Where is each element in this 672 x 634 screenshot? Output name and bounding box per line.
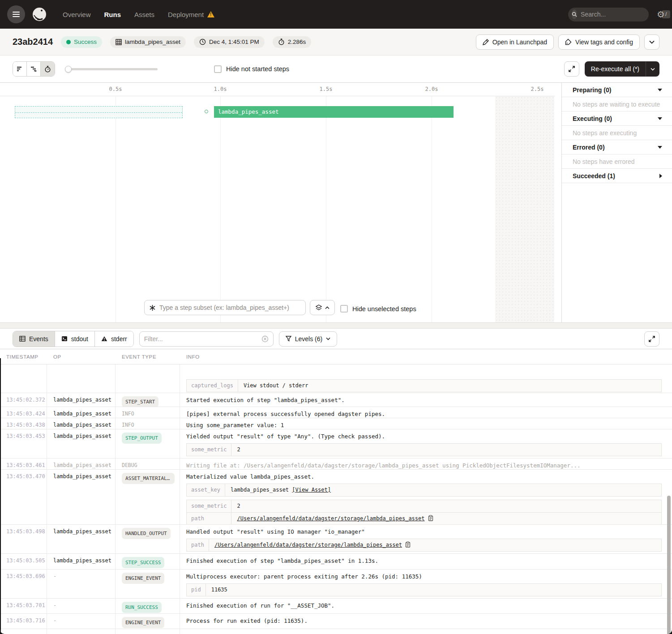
- log-info: Handled output "result" using IO manager…: [180, 525, 672, 553]
- reexecute-all-button[interactable]: Re-execute all (*): [585, 61, 659, 77]
- log-row[interactable]: 13:45:03.716-ENGINE_EVENTProcess for run…: [0, 614, 672, 629]
- metadata-value: lambda_pipes_asset [View Asset]: [225, 484, 662, 497]
- log-info: Finished execution of step "lambda_pipes…: [180, 554, 672, 569]
- expand-icon: [649, 336, 655, 342]
- step-subset-input[interactable]: [159, 304, 301, 311]
- tab-events[interactable]: Events: [13, 331, 55, 347]
- chevron-down-icon: [651, 68, 655, 71]
- global-search[interactable]: /: [568, 8, 649, 21]
- gridline: [220, 96, 221, 322]
- hide-not-started-checkbox[interactable]: [214, 65, 222, 73]
- log-row[interactable]: 13:45:03.453lambda_pipes_assetSTEP_OUTPU…: [0, 429, 672, 458]
- log-timestamp: 13:45:03.498: [0, 525, 47, 553]
- log-op: -: [47, 570, 116, 598]
- view-mode-timed-button[interactable]: [41, 62, 55, 76]
- pencil-icon: [483, 39, 489, 45]
- empty-cell: [47, 629, 116, 634]
- view-mode-flat-button[interactable]: [13, 62, 27, 76]
- view-tags-config-button[interactable]: View tags and config: [558, 34, 640, 50]
- status-badge[interactable]: Success: [61, 36, 102, 48]
- log-op: lambda_pipes_asset: [47, 525, 116, 553]
- gantt-step-bar[interactable]: lambda_pipes_asset: [214, 106, 454, 118]
- log-row[interactable]: 13:45:03.438lambda_pipes_assetINFOUsing …: [0, 418, 672, 429]
- gridline: [116, 96, 116, 322]
- copy-icon[interactable]: [405, 541, 411, 548]
- metadata-value: 2: [231, 500, 662, 513]
- search-input[interactable]: [581, 11, 662, 18]
- log-event-type: STEP_SUCCESS: [116, 554, 180, 569]
- col-timestamp: TIMESTAMP: [0, 349, 47, 364]
- log-row[interactable]: captured_logsView stdout / stderr: [0, 364, 672, 393]
- log-fullscreen-button[interactable]: [644, 331, 659, 347]
- stopwatch-icon: [278, 39, 285, 45]
- log-row[interactable]: 13:45:03.696-ENGINE_EVENTMultiprocess ex…: [0, 570, 672, 599]
- sidebar-section-executing[interactable]: Executing (0): [562, 111, 672, 126]
- empty-cell: [180, 629, 672, 634]
- log-op: -: [47, 614, 116, 629]
- log-row[interactable]: 13:45:02.372lambda_pipes_assetSTEP_START…: [0, 393, 672, 407]
- metadata-key: captured_logs: [187, 380, 238, 392]
- view-tags-config-label: View tags and config: [575, 39, 633, 46]
- metadata-link[interactable]: /Users/alangenfeld/data/dagster/storage/…: [214, 542, 402, 548]
- log-row[interactable]: 13:45:03.498lambda_pipes_assetHANDLED_OU…: [0, 525, 672, 554]
- log-filter-input[interactable]: [144, 335, 261, 343]
- job-tag[interactable]: lambda_pipes_asset: [110, 36, 186, 48]
- log-row[interactable]: 13:45:03.505lambda_pipes_assetSTEP_SUCCE…: [0, 554, 672, 570]
- nav-runs[interactable]: Runs: [104, 11, 121, 18]
- view-asset-link[interactable]: [View Asset]: [292, 487, 331, 493]
- log-filter: [139, 331, 274, 347]
- run-header: 23ab2414 Success lambda_pipes_asset Dec …: [0, 29, 672, 56]
- gantt-view-mode-switch: [13, 61, 55, 77]
- clear-filter-icon[interactable]: [261, 335, 269, 343]
- horizontal-splitter[interactable]: [0, 322, 672, 329]
- panel-divider[interactable]: [555, 83, 562, 322]
- log-timestamp: 13:45:03.438: [0, 418, 47, 429]
- nav-assets[interactable]: Assets: [134, 11, 154, 18]
- metadata-table: some_metric2: [186, 443, 667, 456]
- tab-stdout[interactable]: stdout: [55, 331, 95, 347]
- log-timestamp: 13:45:03.696: [0, 570, 47, 598]
- nav-overview[interactable]: Overview: [63, 11, 91, 18]
- dagster-logo-icon[interactable]: [31, 6, 47, 22]
- log-row[interactable]: 13:45:03.461lambda_pipes_assetDEBUGWriti…: [0, 458, 672, 470]
- event-type-badge: ASSET_MATERIALIZATION: [122, 473, 175, 484]
- run-id: 23ab2414: [13, 37, 53, 47]
- copy-icon[interactable]: [428, 515, 433, 521]
- hide-unselected-checkbox[interactable]: [340, 305, 348, 313]
- sidebar-section-preparing[interactable]: Preparing (0): [562, 83, 672, 97]
- log-info: Multiprocess executor: parent process ex…: [180, 570, 672, 598]
- reexecute-dropdown-button[interactable]: [646, 68, 659, 71]
- hamburger-menu-icon[interactable]: [7, 5, 25, 23]
- tab-stderr-label: stderr: [111, 335, 127, 343]
- col-event-type: EVENT TYPE: [116, 349, 180, 364]
- gantt-zoom-slider[interactable]: [65, 66, 158, 72]
- gantt-fullscreen-button[interactable]: [564, 61, 579, 77]
- metadata-link[interactable]: /Users/alangenfeld/data/dagster/storage/…: [237, 515, 424, 522]
- nav-deployment[interactable]: Deployment: [168, 11, 214, 18]
- step-status-sidebar: Preparing (0) No steps are waiting to ex…: [562, 83, 672, 322]
- view-mode-waterfall-button[interactable]: [27, 62, 41, 76]
- expand-triangle-icon: [659, 174, 662, 178]
- levels-filter-label: Levels (6): [295, 335, 322, 343]
- event-type-text: DEBUG: [122, 462, 137, 468]
- log-row[interactable]: 13:45:03.470lambda_pipes_assetASSET_MATE…: [0, 470, 672, 525]
- log-row[interactable]: 13:45:03.424lambda_pipes_assetINFO[pipes…: [0, 407, 672, 418]
- run-duration-label: 2.286s: [288, 39, 306, 45]
- slider-knob[interactable]: [65, 66, 72, 73]
- table-icon: [19, 336, 26, 342]
- sidebar-section-succeeded[interactable]: Succeeded (1): [562, 169, 672, 183]
- open-in-launchpad-button[interactable]: Open in Launchpad: [476, 34, 554, 50]
- settings-gear-icon[interactable]: ⚙: [657, 10, 665, 19]
- log-row[interactable]: 13:45:03.701-RUN_SUCCESSFinished executi…: [0, 599, 672, 614]
- sidebar-section-errored[interactable]: Errored (0): [562, 140, 672, 154]
- tab-stderr[interactable]: stderr: [95, 331, 133, 347]
- slider-track[interactable]: [65, 68, 158, 70]
- graph-options-button[interactable]: [310, 300, 335, 315]
- log-tabs: Events stdout stderr: [13, 331, 134, 347]
- log-scrollbar-thumb[interactable]: [667, 496, 671, 634]
- run-more-actions-button[interactable]: [644, 34, 659, 50]
- top-nav: Overview Runs Assets Deployment / ⚙: [0, 0, 672, 29]
- levels-filter-button[interactable]: Levels (6): [279, 331, 337, 347]
- gantt-plot-area[interactable]: lambda_pipes_asset Hide unselected steps: [0, 96, 555, 322]
- waterfall-view-icon: [30, 66, 37, 72]
